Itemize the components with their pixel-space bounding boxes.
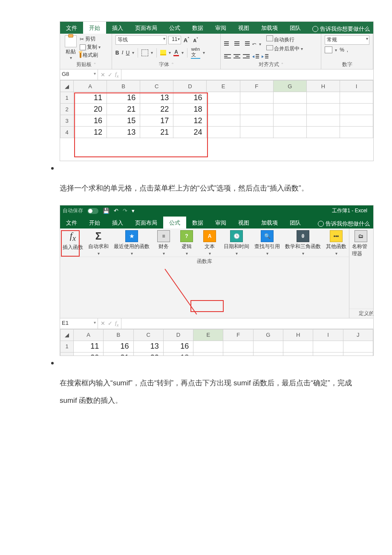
spreadsheet-grid-2[interactable]: ◢ABCDEFGHIJ11116131622021221831615171241… — [60, 329, 373, 356]
col-header-A[interactable]: A — [74, 329, 104, 341]
cell-F2[interactable] — [240, 104, 273, 115]
cell-B2[interactable]: 21 — [107, 104, 140, 115]
phonetic-icon[interactable]: wén文 — [191, 46, 200, 59]
col-header-H[interactable]: H — [306, 81, 340, 92]
col-header-A[interactable]: A — [74, 81, 107, 92]
tab-file-2[interactable]: 文件 — [60, 217, 83, 228]
decrease-indent-icon[interactable] — [252, 54, 259, 59]
bold-button[interactable]: B — [115, 50, 119, 56]
cell-E2[interactable] — [193, 352, 223, 356]
cell-H2[interactable] — [283, 352, 313, 356]
col-header-G[interactable]: G — [253, 329, 283, 341]
fx-icon-2[interactable]: fx — [115, 320, 118, 327]
cell-J1[interactable] — [343, 341, 373, 352]
tell-me-search-2[interactable]: 告诉我你想做什么 — [314, 217, 373, 228]
tell-me-search[interactable]: 告诉我你想要做什么 — [309, 22, 373, 34]
cell-E2[interactable] — [207, 104, 240, 115]
col-header-B[interactable]: B — [107, 81, 140, 92]
tab-addins-2[interactable]: 加载项 — [255, 217, 284, 228]
cell-G2[interactable] — [273, 104, 306, 115]
cut-button[interactable]: 剪切 — [80, 35, 101, 43]
tab-layout[interactable]: 页面布局 — [129, 22, 163, 34]
cell-J2[interactable] — [343, 352, 373, 356]
italic-button[interactable]: I — [121, 49, 123, 56]
name-manager-button[interactable]: 🗂 名称管理器 — [349, 228, 372, 309]
cell-I3[interactable] — [340, 115, 373, 127]
cell-A4[interactable]: 12 — [74, 127, 107, 138]
cell-F1[interactable] — [240, 92, 273, 104]
tab-file[interactable]: 文件 — [60, 22, 83, 34]
number-format-select[interactable]: 常规 — [325, 35, 369, 45]
font-name-select[interactable]: 等线 — [115, 35, 167, 45]
borders-icon[interactable] — [141, 49, 148, 56]
grow-font-icon[interactable]: A˄ — [183, 37, 190, 43]
tab-insert-2[interactable]: 插入 — [106, 217, 129, 228]
enter-icon-2[interactable]: ✓ — [108, 320, 112, 327]
tab-data-2[interactable]: 数据 — [186, 217, 209, 228]
font-launcher-icon[interactable]: ▫ — [172, 61, 173, 68]
cell-G1[interactable] — [253, 341, 283, 352]
formula-input[interactable] — [121, 69, 373, 80]
cell-A3[interactable]: 16 — [74, 115, 107, 127]
lookup-button[interactable]: 🔍 查找与引用▾ — [252, 228, 282, 257]
tab-review-2[interactable]: 审阅 — [209, 217, 232, 228]
cell-C2[interactable]: 22 — [140, 104, 173, 115]
format-painter-button[interactable]: 格式刷 — [80, 52, 101, 59]
align-middle-icon[interactable] — [233, 41, 240, 46]
copy-button[interactable]: 复制 ▾ — [80, 43, 101, 51]
cell-C1[interactable]: 13 — [133, 341, 163, 352]
orientation-icon[interactable]: ⤺ — [252, 41, 257, 47]
col-header-F[interactable]: F — [223, 329, 253, 341]
cell-G3[interactable] — [273, 115, 306, 127]
name-box[interactable]: G8 — [60, 69, 98, 80]
other-functions-button[interactable]: ••• 其他函数▾ — [323, 228, 349, 257]
cell-F2[interactable] — [223, 352, 253, 356]
cell-H1[interactable] — [283, 341, 313, 352]
autosum-button[interactable]: Σ 自动求和▾ — [86, 228, 111, 257]
align-top-icon[interactable] — [224, 41, 231, 46]
underline-button[interactable]: U — [126, 50, 130, 56]
logical-button[interactable]: ? 逻辑▾ — [175, 228, 198, 257]
tab-formulas[interactable]: 公式 — [163, 22, 186, 34]
cell-H1[interactable] — [306, 92, 340, 104]
cell-B4[interactable]: 13 — [107, 127, 140, 138]
col-header-C[interactable]: C — [140, 81, 173, 92]
wrap-text-button[interactable]: 自动换行 — [266, 35, 303, 43]
align-bottom-icon[interactable] — [243, 41, 250, 46]
row-header-2[interactable]: 2 — [61, 104, 74, 115]
cancel-icon-2[interactable]: ✕ — [101, 320, 105, 327]
align-right-icon[interactable] — [243, 54, 250, 59]
cell-G2[interactable] — [253, 352, 283, 356]
col-header-D[interactable]: D — [163, 329, 193, 341]
tab-formulas-2[interactable]: 公式 — [163, 217, 186, 228]
cell-D2[interactable]: 18 — [163, 352, 193, 356]
font-color-icon[interactable]: A — [173, 49, 179, 56]
select-all-corner[interactable]: ◢ — [61, 329, 74, 341]
spreadsheet-grid-1[interactable]: ◢ABCDEFGHI111161316220212218316151712412… — [60, 80, 373, 138]
col-header-I[interactable]: I — [313, 329, 343, 341]
cell-E1[interactable] — [207, 92, 240, 104]
cell-E1[interactable] — [193, 341, 223, 352]
row-header-3[interactable]: 3 — [61, 115, 74, 127]
col-header-E[interactable]: E — [207, 81, 240, 92]
cell-H4[interactable] — [306, 127, 340, 138]
cell-H2[interactable] — [306, 104, 340, 115]
row-header-4[interactable]: 4 — [61, 127, 74, 138]
cell-A2[interactable]: 20 — [74, 104, 107, 115]
percent-button[interactable]: % — [340, 47, 344, 53]
cell-I1[interactable] — [340, 92, 373, 104]
cell-C2[interactable]: 22 — [133, 352, 163, 356]
tab-data[interactable]: 数据 — [186, 22, 209, 34]
tab-home-2[interactable]: 开始 — [83, 217, 106, 228]
name-box-2[interactable]: E1 — [60, 318, 98, 329]
tab-team[interactable]: 团队 — [284, 22, 307, 34]
col-header-F[interactable]: F — [240, 81, 273, 92]
cell-D4[interactable]: 24 — [173, 127, 207, 138]
col-header-J[interactable]: J — [343, 329, 373, 341]
financial-button[interactable]: ≡ 财务▾ — [152, 228, 175, 257]
tab-home[interactable]: 开始 — [83, 22, 106, 34]
col-header-E[interactable]: E — [193, 329, 223, 341]
fx-icon[interactable]: fx — [115, 71, 118, 78]
col-header-G[interactable]: G — [273, 81, 306, 92]
tab-team-2[interactable]: 团队 — [284, 217, 307, 228]
